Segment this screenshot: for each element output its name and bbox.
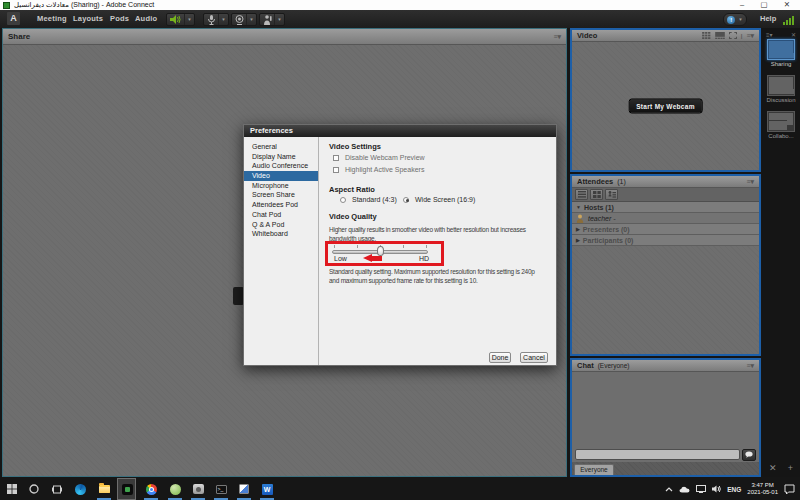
adobe-connect-app-icon bbox=[3, 2, 10, 9]
share-pod-menu-icon[interactable]: ≡▾ bbox=[553, 33, 561, 41]
volume-icon[interactable] bbox=[712, 485, 721, 493]
terminal-icon[interactable]: >_ bbox=[213, 481, 229, 497]
hosts-collapse-arrow[interactable]: ▼ bbox=[576, 204, 581, 210]
nav-whiteboard[interactable]: Whiteboard bbox=[244, 229, 318, 239]
chat-send-button[interactable] bbox=[742, 449, 756, 461]
menu-layouts[interactable]: Layouts bbox=[73, 10, 103, 28]
adobe-connect-taskbar-active[interactable] bbox=[117, 478, 136, 500]
nav-qa-pod[interactable]: Q & A Pod bbox=[244, 220, 318, 230]
microphone-button[interactable]: ▼ bbox=[203, 13, 229, 26]
attendees-pod-menu-icon[interactable]: ≡▾ bbox=[746, 178, 754, 186]
nav-screen-share[interactable]: Screen Share bbox=[244, 190, 318, 200]
nav-microphone[interactable]: Microphone bbox=[244, 181, 318, 191]
minimize-button[interactable]: – bbox=[736, 0, 748, 10]
presenters-group-label: Presenters (0) bbox=[583, 226, 630, 233]
layout-thumb-collaboration[interactable] bbox=[767, 111, 795, 132]
speaker-button[interactable]: ▼ bbox=[166, 13, 195, 26]
layout-label-collaboration[interactable]: Collabo... bbox=[762, 133, 800, 139]
menu-pods[interactable]: Pods bbox=[110, 10, 129, 28]
green-app-icon[interactable] bbox=[167, 481, 183, 497]
blue-book-icon[interactable] bbox=[236, 481, 252, 497]
attendees-presenters-group[interactable]: ▶ Presenters (0) bbox=[572, 224, 759, 235]
standard-ratio-radio[interactable] bbox=[340, 197, 346, 203]
widescreen-ratio-radio[interactable] bbox=[403, 197, 409, 203]
participants-group-label: Participants (0) bbox=[583, 237, 634, 244]
raise-hand-dropdown-arrow[interactable]: ▼ bbox=[275, 17, 284, 22]
word-icon[interactable]: W bbox=[259, 481, 275, 497]
menubar: A Meeting Layouts Pods Audio ▼ ▼ ▼ ▼ ! ▼… bbox=[0, 10, 800, 28]
window-title: معادلات ديفرانسيل (Sharing) - Adobe Conn… bbox=[14, 0, 154, 10]
nav-display-name[interactable]: Display Name bbox=[244, 152, 318, 162]
video-pod-body: Start My Webcam bbox=[572, 42, 759, 170]
layout-label-discussion[interactable]: Discussion bbox=[762, 97, 800, 103]
chat-input[interactable] bbox=[575, 449, 740, 460]
speaker-icon bbox=[167, 14, 185, 25]
webcam-dropdown-arrow[interactable]: ▼ bbox=[247, 17, 256, 22]
presenters-collapse-arrow[interactable]: ▶ bbox=[576, 226, 580, 232]
menu-meeting[interactable]: Meeting bbox=[37, 10, 67, 28]
layouts-add-icon[interactable]: + bbox=[788, 463, 793, 473]
language-indicator[interactable]: ENG bbox=[727, 486, 741, 493]
layouts-delete-icon[interactable]: ✕ bbox=[769, 463, 777, 473]
video-pod-header: Video | ≡▾ bbox=[572, 30, 759, 42]
tray-expand-icon[interactable] bbox=[665, 487, 673, 492]
nav-video[interactable]: Video bbox=[244, 171, 318, 181]
onedrive-icon[interactable] bbox=[679, 486, 690, 493]
attendee-grid-view-icon[interactable] bbox=[590, 189, 603, 200]
layout-thumb-discussion[interactable] bbox=[767, 75, 795, 96]
start-button[interactable] bbox=[4, 481, 20, 497]
raise-hand-button[interactable]: ▼ bbox=[259, 13, 285, 26]
expand-icon[interactable] bbox=[729, 32, 737, 39]
attendee-list-view-icon[interactable] bbox=[575, 189, 588, 200]
nav-audio-conference[interactable]: Audio Conference bbox=[244, 161, 318, 171]
video-pod: Video | ≡▾ Start My Webcam bbox=[570, 28, 761, 172]
info-dropdown-arrow: ▼ bbox=[738, 17, 742, 22]
gray-app-icon[interactable] bbox=[190, 481, 206, 497]
adobe-logo[interactable]: A bbox=[7, 12, 20, 25]
chrome-icon[interactable] bbox=[143, 481, 159, 497]
edge-icon[interactable] bbox=[72, 481, 88, 497]
task-view-icon[interactable] bbox=[49, 481, 65, 497]
webcam-button[interactable]: ▼ bbox=[231, 13, 257, 26]
network-icon[interactable] bbox=[696, 485, 706, 493]
nav-general[interactable]: General bbox=[244, 142, 318, 152]
cancel-button[interactable]: Cancel bbox=[520, 352, 548, 363]
speaker-dropdown-arrow[interactable]: ▼ bbox=[185, 17, 194, 22]
highlight-speakers-row: Highlight Active Speakers bbox=[333, 166, 424, 173]
attendee-row-teacher[interactable]: teacher - bbox=[572, 213, 759, 224]
layout-label-sharing[interactable]: Sharing bbox=[762, 61, 800, 67]
file-explorer-icon[interactable] bbox=[96, 481, 112, 497]
preferences-dialog-title[interactable]: Preferences bbox=[244, 125, 556, 137]
menu-audio[interactable]: Audio bbox=[135, 10, 157, 28]
nav-chat-pod[interactable]: Chat Pod bbox=[244, 210, 318, 220]
chat-pod-menu-icon[interactable]: ≡▾ bbox=[746, 362, 754, 370]
help-menu[interactable]: Help bbox=[760, 10, 776, 28]
layouts-menu-icon[interactable]: ≡▾ bbox=[766, 31, 773, 38]
connection-status-button[interactable]: ! ▼ bbox=[723, 13, 747, 26]
widescreen-ratio-row: Wide Screen (16:9) bbox=[403, 196, 475, 203]
attendee-status-view-icon[interactable] bbox=[605, 189, 618, 200]
attendees-hosts-group[interactable]: ▼ Hosts (1) bbox=[572, 202, 759, 213]
windows-taskbar: >_ W ENG 3:47 PM 2021-05-01 bbox=[0, 478, 800, 500]
chat-tab-everyone[interactable]: Everyone bbox=[574, 464, 614, 475]
maximize-button[interactable]: ▢ bbox=[758, 0, 770, 10]
disable-webcam-checkbox[interactable] bbox=[333, 155, 339, 161]
close-button[interactable]: ✕ bbox=[781, 0, 793, 10]
taskbar-clock[interactable]: 3:47 PM 2021-05-01 bbox=[747, 482, 778, 496]
highlight-speakers-checkbox[interactable] bbox=[333, 167, 339, 173]
done-button[interactable]: Done bbox=[489, 352, 511, 363]
action-center-icon[interactable] bbox=[784, 484, 795, 494]
microphone-dropdown-arrow[interactable]: ▼ bbox=[219, 17, 228, 22]
search-icon[interactable] bbox=[26, 481, 42, 497]
attendees-pod-title: Attendees bbox=[577, 177, 613, 186]
grid-view-icon[interactable] bbox=[702, 32, 711, 39]
nav-attendees-pod[interactable]: Attendees Pod bbox=[244, 200, 318, 210]
start-webcam-button[interactable]: Start My Webcam bbox=[628, 99, 703, 114]
attendees-participants-group[interactable]: ▶ Participants (0) bbox=[572, 235, 759, 246]
attendees-pod: Attendees (1) ≡▾ ▼ Hosts (1) teacher - ▶… bbox=[570, 174, 761, 356]
layout-thumb-sharing[interactable] bbox=[767, 39, 795, 60]
participants-collapse-arrow[interactable]: ▶ bbox=[576, 237, 580, 243]
filmstrip-view-icon[interactable] bbox=[715, 32, 725, 39]
video-pod-menu-icon[interactable]: ≡▾ bbox=[746, 32, 754, 40]
layouts-close-icon[interactable]: ✕ bbox=[791, 31, 796, 38]
